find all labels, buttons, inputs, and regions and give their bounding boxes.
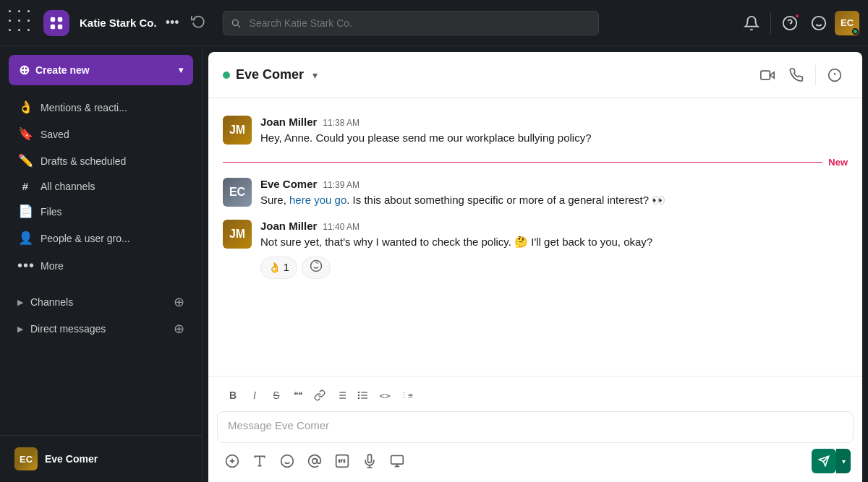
more-icon: ••• <box>17 257 33 274</box>
current-user-name: Eve Comer <box>45 453 98 465</box>
files-icon: 📄 <box>17 204 33 219</box>
info-button[interactable] <box>822 62 848 88</box>
compose-area: B I S ❝❝ <> ⋮≡ Message Eve Comer <box>208 376 862 482</box>
create-new-button[interactable]: ⊕ Create new ▾ <box>9 55 193 85</box>
message-text: Hey, Anne. Could you please send me our … <box>260 130 848 147</box>
sidebar-section-channels[interactable]: ▶ Channels ⊕ <box>6 289 196 315</box>
current-user-profile[interactable]: EC Eve Comer <box>9 442 193 476</box>
mentions-icon: 👌 <box>17 100 33 115</box>
notification-dot <box>794 13 800 19</box>
message-header: Eve Comer 11:39 AM <box>260 178 848 190</box>
svg-marker-9 <box>770 72 774 77</box>
ordered-list-button[interactable] <box>331 385 352 405</box>
bold-button[interactable]: B <box>223 385 243 405</box>
user-avatar-topnav[interactable]: EC <box>835 11 859 35</box>
svg-rect-2 <box>51 24 55 28</box>
messages-list: JM Joan Miller 11:38 AM Hey, Anne. Could… <box>208 98 862 376</box>
chat-area: Eve Comer ▾ JM <box>208 52 862 482</box>
message-time: 11:38 AM <box>323 118 359 128</box>
more-label: More <box>41 260 64 272</box>
phone-call-button[interactable] <box>783 62 809 88</box>
people-icon: 👤 <box>17 231 33 246</box>
send-button[interactable] <box>812 449 836 473</box>
eve-avatar: EC <box>223 178 252 207</box>
message-sender: Joan Miller <box>260 116 317 128</box>
code-button[interactable]: <> <box>375 385 395 405</box>
mention-button[interactable] <box>302 449 327 473</box>
gif-button[interactable] <box>330 449 354 473</box>
code-block-button[interactable]: ⋮≡ <box>396 385 417 405</box>
unordered-list-button[interactable] <box>353 385 373 405</box>
nav-divider <box>770 12 771 34</box>
sidebar-nav: 👌 Mentions & reacti... 🔖 Saved ✏️ Drafts… <box>0 91 202 283</box>
message-content: Eve Comer 11:39 AM Sure, here you go. Is… <box>260 178 848 209</box>
sidebar-item-people[interactable]: 👤 People & user gro... <box>6 225 196 251</box>
message-header: Joan Miller 11:38 AM <box>260 116 848 128</box>
video-call-button[interactable] <box>754 62 780 88</box>
reaction-emoji: 👌 <box>268 262 281 273</box>
sidebar: ⊕ Create new ▾ 👌 Mentions & reacti... 🔖 … <box>0 46 203 482</box>
online-status-dot <box>223 72 230 79</box>
channels-icon: # <box>17 180 33 192</box>
svg-rect-0 <box>51 17 55 21</box>
reaction-ok[interactable]: 👌 1 <box>260 257 297 279</box>
text-format-button[interactable] <box>247 449 272 473</box>
message-time: 11:39 AM <box>323 180 359 190</box>
message-link[interactable]: here you go <box>289 194 346 206</box>
header-divider <box>815 65 816 85</box>
channels-section-label: Channels <box>30 296 168 308</box>
emoji-button[interactable] <box>806 10 832 36</box>
reaction-count: 1 <box>284 262 289 273</box>
link-button[interactable] <box>310 385 330 405</box>
svg-rect-43 <box>391 456 404 465</box>
chat-header-user[interactable]: Eve Comer ▾ <box>223 67 318 82</box>
add-channel-icon[interactable]: ⊕ <box>174 294 184 310</box>
reaction-bar: 👌 1 <box>260 257 848 279</box>
svg-point-30 <box>358 397 359 398</box>
message-text: Not sure yet, that's why I wanted to che… <box>260 234 848 251</box>
svg-rect-3 <box>58 24 62 28</box>
compose-input[interactable]: Message Eve Comer <box>217 411 854 443</box>
apps-grid-button[interactable] <box>9 10 35 36</box>
sidebar-section-dms[interactable]: ▶ Direct messages ⊕ <box>6 316 196 342</box>
message-content: Joan Miller 11:40 AM Not sure yet, that'… <box>260 220 848 279</box>
sidebar-item-channels[interactable]: # All channels <box>6 175 196 197</box>
italic-button[interactable]: I <box>244 385 265 405</box>
help-button[interactable] <box>777 10 803 36</box>
contact-dropdown-icon[interactable]: ▾ <box>312 69 318 81</box>
send-dropdown-button[interactable]: ▾ <box>836 449 851 473</box>
user-avatar-image: EC <box>14 447 38 470</box>
chevron-down-icon: ▾ <box>179 65 183 75</box>
send-group: ▾ <box>812 449 851 473</box>
sidebar-item-mentions[interactable]: 👌 Mentions & reacti... <box>6 95 196 120</box>
direct-messages-label: Direct messages <box>30 323 168 335</box>
plus-icon: ⊕ <box>19 62 30 78</box>
chat-contact-name: Eve Comer <box>236 67 304 82</box>
user-avatar: EC <box>14 447 38 470</box>
online-status-indicator <box>852 28 859 35</box>
workspace-menu-button[interactable]: ••• <box>163 12 182 33</box>
search-bar[interactable] <box>223 11 599 35</box>
share-screen-button[interactable] <box>385 449 409 473</box>
svg-point-29 <box>358 395 359 395</box>
voice-button[interactable] <box>357 449 382 473</box>
saved-icon: 🔖 <box>17 126 33 142</box>
nav-icons: EC <box>739 10 859 36</box>
add-dm-icon[interactable]: ⊕ <box>174 321 184 337</box>
sidebar-item-files[interactable]: 📄 Files <box>6 199 196 224</box>
emoji-picker-button[interactable] <box>275 449 299 473</box>
sidebar-bottom: EC Eve Comer <box>0 435 202 482</box>
history-button[interactable] <box>191 14 205 32</box>
search-input[interactable] <box>223 11 599 35</box>
sidebar-item-more[interactable]: ••• More <box>6 252 196 279</box>
message-time: 11:40 AM <box>323 222 359 232</box>
sidebar-item-drafts[interactable]: ✏️ Drafts & scheduled <box>6 148 196 173</box>
app-logo <box>43 10 69 36</box>
attach-button[interactable] <box>220 449 244 473</box>
add-reaction-button[interactable] <box>302 257 331 279</box>
notifications-button[interactable] <box>739 10 765 36</box>
sidebar-item-saved[interactable]: 🔖 Saved <box>6 121 196 147</box>
table-row: EC Eve Comer 11:39 AM Sure, here you go.… <box>223 172 848 215</box>
blockquote-button[interactable]: ❝❝ <box>288 385 308 405</box>
strikethrough-button[interactable]: S <box>266 385 286 405</box>
